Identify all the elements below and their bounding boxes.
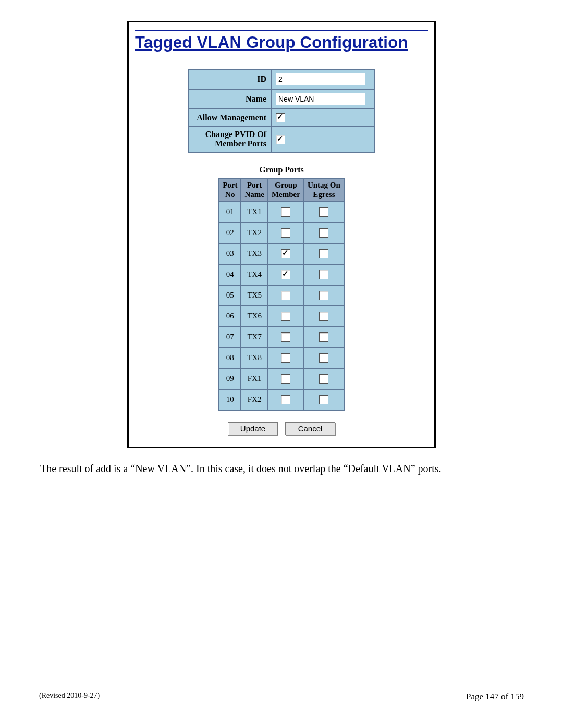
page-footer: (Revised 2010-9-27) Page 147 of 159 — [39, 692, 524, 702]
footer-page: Page 147 of 159 — [466, 692, 524, 702]
app-frame: Tagged VLAN Group Configuration ID Name … — [127, 21, 436, 448]
group-member-checkbox[interactable] — [281, 395, 290, 404]
name-cell — [272, 90, 374, 108]
title-rule — [135, 30, 428, 31]
id-input[interactable] — [276, 73, 365, 85]
config-table: ID Name Allow Management Change PVID — [188, 69, 375, 153]
group-member-checkbox[interactable] — [281, 207, 290, 217]
untag-egress-cell — [304, 244, 344, 264]
id-label: ID — [189, 70, 271, 89]
change-pvid-label-l1: Change PVID Of — [205, 130, 266, 139]
group-member-cell — [268, 223, 303, 243]
untag-egress-checkbox[interactable] — [319, 332, 328, 342]
allow-mgmt-cell — [272, 109, 374, 126]
col-port-no: Port No — [219, 179, 240, 201]
group-member-checkbox[interactable] — [281, 291, 290, 300]
ports-table: Port No Port Name Group Member Untag On … — [218, 178, 345, 411]
untag-egress-cell — [304, 223, 344, 243]
name-label: Name — [189, 90, 271, 108]
untag-egress-cell — [304, 265, 344, 285]
table-row: 05TX5 — [219, 286, 344, 305]
untag-egress-checkbox[interactable] — [319, 395, 328, 404]
untag-egress-cell — [304, 369, 344, 389]
table-row: 03TX3 — [219, 244, 344, 264]
port-no: 08 — [219, 348, 240, 368]
group-member-cell — [268, 286, 303, 305]
port-name: TX6 — [241, 306, 267, 326]
table-row: 01TX1 — [219, 202, 344, 222]
group-member-checkbox[interactable] — [281, 374, 290, 384]
group-member-checkbox[interactable] — [281, 228, 290, 238]
port-name: TX8 — [241, 348, 267, 368]
allow-mgmt-checkbox[interactable] — [276, 113, 285, 122]
change-pvid-checkbox[interactable] — [276, 135, 285, 144]
port-name: TX1 — [241, 202, 267, 222]
button-row: Update Cancel — [135, 422, 428, 435]
port-no: 09 — [219, 369, 240, 389]
group-member-cell — [268, 369, 303, 389]
group-member-checkbox[interactable] — [281, 270, 290, 279]
group-member-cell — [268, 306, 303, 326]
port-no: 05 — [219, 286, 240, 305]
group-member-checkbox[interactable] — [281, 249, 290, 258]
allow-mgmt-label: Allow Management — [189, 109, 271, 126]
group-member-cell — [268, 327, 303, 347]
col-group-member: Group Member — [268, 179, 303, 201]
caption-text: The result of add is a “New VLAN”. In th… — [40, 463, 524, 475]
port-no: 03 — [219, 244, 240, 264]
untag-egress-cell — [304, 348, 344, 368]
untag-egress-checkbox[interactable] — [319, 270, 328, 279]
group-member-cell — [268, 244, 303, 264]
untag-egress-checkbox[interactable] — [319, 228, 328, 238]
port-name: FX1 — [241, 369, 267, 389]
port-name: TX5 — [241, 286, 267, 305]
group-member-cell — [268, 348, 303, 368]
untag-egress-checkbox[interactable] — [319, 374, 328, 384]
footer-revised: (Revised 2010-9-27) — [39, 692, 100, 702]
port-no: 07 — [219, 327, 240, 347]
untag-egress-checkbox[interactable] — [319, 353, 328, 363]
untag-egress-checkbox[interactable] — [319, 249, 328, 258]
group-member-cell — [268, 265, 303, 285]
port-name: FX2 — [241, 390, 267, 410]
port-no: 04 — [219, 265, 240, 285]
untag-egress-cell — [304, 390, 344, 410]
id-cell — [272, 70, 374, 89]
group-ports-heading: Group Ports — [135, 165, 428, 175]
table-row: 06TX6 — [219, 306, 344, 326]
untag-egress-cell — [304, 286, 344, 305]
table-row: 04TX4 — [219, 265, 344, 285]
untag-egress-checkbox[interactable] — [319, 207, 328, 217]
group-member-cell — [268, 202, 303, 222]
untag-egress-cell — [304, 327, 344, 347]
port-no: 01 — [219, 202, 240, 222]
change-pvid-label-l2: Member Ports — [215, 139, 266, 148]
group-member-checkbox[interactable] — [281, 332, 290, 342]
name-input[interactable] — [276, 93, 365, 105]
change-pvid-label: Change PVID Of Member Ports — [189, 127, 271, 152]
change-pvid-cell — [272, 127, 374, 152]
col-untag-egress: Untag On Egress — [304, 179, 344, 201]
table-row: 02TX2 — [219, 223, 344, 243]
cancel-button[interactable]: Cancel — [285, 422, 335, 435]
table-row: 08TX8 — [219, 348, 344, 368]
port-no: 02 — [219, 223, 240, 243]
group-member-checkbox[interactable] — [281, 353, 290, 363]
group-member-cell — [268, 390, 303, 410]
untag-egress-checkbox[interactable] — [319, 291, 328, 300]
port-name: TX3 — [241, 244, 267, 264]
port-no: 06 — [219, 306, 240, 326]
table-row: 10FX2 — [219, 390, 344, 410]
untag-egress-cell — [304, 202, 344, 222]
port-name: TX7 — [241, 327, 267, 347]
untag-egress-cell — [304, 306, 344, 326]
update-button[interactable]: Update — [228, 422, 278, 435]
group-member-checkbox[interactable] — [281, 312, 290, 321]
port-no: 10 — [219, 390, 240, 410]
port-name: TX2 — [241, 223, 267, 243]
page-title: Tagged VLAN Group Configuration — [135, 33, 428, 52]
port-name: TX4 — [241, 265, 267, 285]
untag-egress-checkbox[interactable] — [319, 312, 328, 321]
col-port-name: Port Name — [241, 179, 267, 201]
table-row: 07TX7 — [219, 327, 344, 347]
